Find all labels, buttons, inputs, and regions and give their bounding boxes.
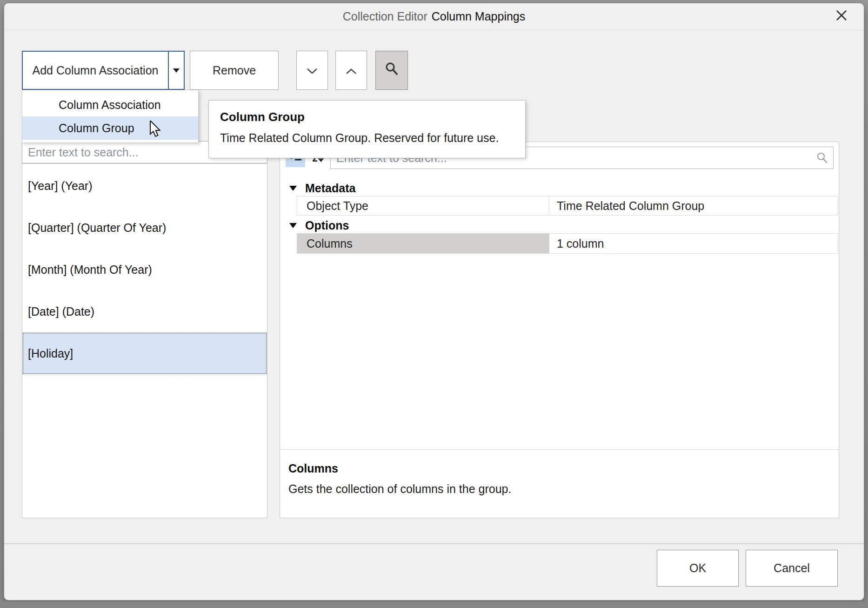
list-item[interactable]: [Quarter] (Quarter Of Year) — [22, 207, 267, 249]
category-label: Options — [305, 219, 349, 232]
list-item[interactable]: [Year] (Year) — [22, 165, 267, 207]
description-text: Gets the collection of columns in the gr… — [288, 482, 830, 496]
triangle-down-icon — [289, 186, 297, 191]
tooltip-title: Column Group — [220, 110, 514, 124]
add-dropdown-toggle[interactable] — [169, 52, 184, 89]
dialog-title-prefix: Collection Editor — [343, 10, 427, 23]
property-grid-panel: z Metadata Object Type Time Related Colu… — [280, 142, 839, 518]
collection-editor-dialog: Collection Editor Column Mappings Add Co… — [4, 3, 864, 601]
move-down-button[interactable] — [296, 51, 328, 90]
add-column-association-button[interactable]: Add Column Association — [23, 52, 168, 89]
screen: { "window": { "title_prefix": "Collectio… — [0, 0, 868, 608]
magnifier-icon — [816, 152, 828, 165]
remove-button[interactable]: Remove — [190, 51, 279, 90]
column-mappings-list: [Year] (Year) [Quarter] (Quarter Of Year… — [22, 163, 267, 518]
search-toggle-button[interactable] — [375, 51, 408, 90]
mouse-pointer-icon — [149, 121, 164, 139]
footer-separator — [4, 543, 864, 544]
move-up-button[interactable] — [335, 51, 367, 90]
category-header-metadata[interactable]: Metadata — [280, 180, 838, 196]
property-value[interactable]: 1 column — [549, 233, 838, 254]
column-group-tooltip: Column Group Time Related Column Group. … — [208, 100, 526, 158]
property-label[interactable]: Object Type — [297, 196, 549, 216]
close-button[interactable] — [831, 7, 852, 27]
chevron-up-icon — [345, 64, 357, 77]
close-icon — [835, 9, 848, 25]
chevron-down-icon — [173, 68, 180, 73]
category-header-options[interactable]: Options — [280, 217, 838, 233]
list-item-selected[interactable]: [Holiday] — [22, 332, 267, 374]
title-bar: Collection Editor Column Mappings — [4, 3, 864, 30]
tooltip-description: Time Related Column Group. Reserved for … — [220, 131, 514, 145]
menu-item-column-association[interactable]: Column Association — [22, 93, 198, 116]
list-item[interactable]: [Date] (Date) — [22, 290, 267, 332]
property-description-area: Columns Gets the collection of columns i… — [280, 449, 839, 518]
magnifier-icon — [385, 62, 399, 79]
description-title: Columns — [288, 462, 830, 475]
category-label: Metadata — [305, 182, 355, 195]
menu-item-column-group[interactable]: Column Group — [22, 116, 198, 140]
property-row-object-type[interactable]: Object Type Time Related Column Group — [297, 196, 838, 216]
add-dropdown-menu: Column Association Column Group — [22, 90, 199, 143]
property-label-selected[interactable]: Columns — [297, 233, 549, 254]
background-window — [0, 601, 868, 608]
chevron-down-icon — [306, 64, 318, 77]
dialog-title: Column Mappings — [432, 10, 526, 23]
triangle-down-icon — [289, 223, 297, 228]
property-row-columns[interactable]: Columns 1 column — [297, 233, 838, 254]
list-item[interactable]: [Month] (Month Of Year) — [22, 249, 267, 290]
add-column-association-splitbutton[interactable]: Add Column Association — [22, 51, 185, 90]
property-value[interactable]: Time Related Column Group — [549, 196, 838, 216]
cancel-button[interactable]: Cancel — [746, 550, 838, 587]
ok-button[interactable]: OK — [657, 550, 739, 587]
